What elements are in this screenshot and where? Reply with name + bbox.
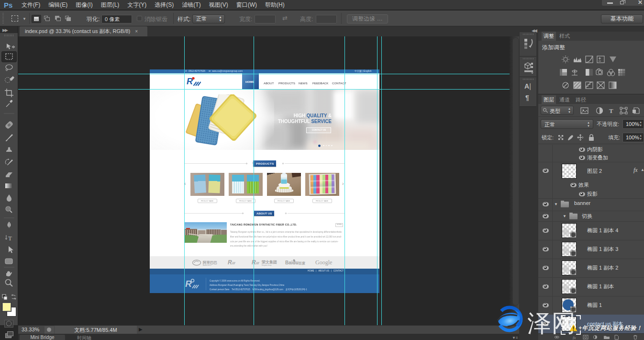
svg-text:T: T bbox=[8, 235, 12, 242]
svg-text:Rongwen Group: Rongwen Group bbox=[262, 264, 272, 266]
svg-text:fx: fx bbox=[573, 335, 576, 340]
svg-text:Alibaba.com.cn: Alibaba.com.cn bbox=[203, 264, 211, 266]
svg-text:R: R bbox=[187, 77, 193, 86]
svg-text:T: T bbox=[609, 107, 613, 114]
svg-text:阿里巴巴: 阿里巴巴 bbox=[203, 261, 217, 265]
svg-text:Baidu百度: Baidu百度 bbox=[285, 260, 306, 265]
svg-text:Google: Google bbox=[315, 259, 332, 266]
svg-text:R///: R/// bbox=[252, 259, 259, 266]
svg-text:R///: R/// bbox=[228, 259, 235, 266]
